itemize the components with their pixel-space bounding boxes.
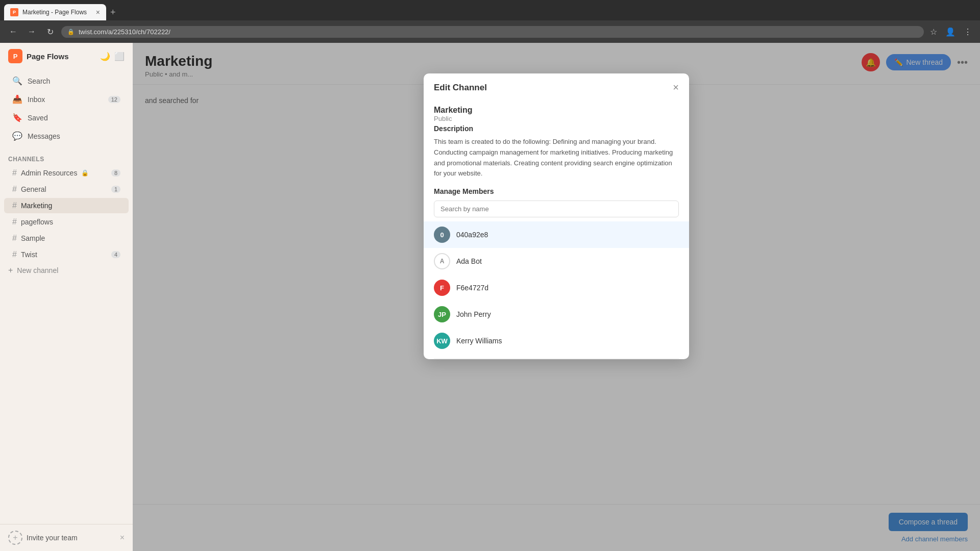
members-list: 0 040a92e8 A Ada Bot F F6e4727d [424,221,689,354]
tab-favicon: P [10,8,18,16]
invite-label: Invite your team [27,534,78,542]
sidebar-header-icons: 🌙 ⬜ [100,52,125,61]
inbox-label: Inbox [28,95,45,104]
tab-bar: P Marketing - Page Flows × + [0,0,980,20]
member-name-john-perry: John Perry [456,310,491,318]
app-container: P Page Flows 🌙 ⬜ 🔍 Search 📥 Inbox 12 🔖 S… [0,43,980,551]
saved-icon: 🔖 [12,113,22,122]
channel-badge-general: 1 [111,186,120,193]
nav-icons: ☆ 👤 ⋮ [928,25,974,39]
channel-label-pageflows: pageflows [21,218,53,226]
reload-button[interactable]: ↻ [43,24,57,39]
channel-label-twist: Twist [21,251,37,259]
channel-label-admin: Admin Resources [21,169,78,177]
description-text: This team is created to do the following… [434,137,679,179]
workspace-icon: P [8,49,22,63]
member-name-f6e4727d: F6e4727d [456,284,488,292]
modal-header: Edit Channel × [424,73,689,102]
hash-icon: # [12,168,17,178]
member-name-kerry-williams: Kerry Williams [456,337,502,345]
invite-icon: + [8,531,22,545]
channel-visibility: Public [434,115,679,122]
invite-team-button[interactable]: + Invite your team [8,531,78,545]
edit-channel-modal: Edit Channel × Marketing Public Descript… [424,73,689,359]
sidebar-item-inbox[interactable]: 📥 Inbox 12 [4,90,129,108]
hash-icon: # [12,217,17,227]
channel-item-general[interactable]: # General 1 [4,182,129,197]
channel-label-sample: Sample [21,234,45,242]
plus-icon: + [8,266,13,275]
profile-button[interactable]: 👤 [943,25,958,39]
bookmark-button[interactable]: ☆ [928,25,939,39]
member-item-john-perry[interactable]: JP John Perry [424,301,689,328]
channel-item-marketing[interactable]: # Marketing [4,198,129,213]
member-item-f6e4727d[interactable]: F F6e4727d [424,274,689,301]
member-item-kerry-williams[interactable]: KW Kerry Williams [424,328,689,354]
channel-label-marketing: Marketing [21,202,52,210]
lock-icon-admin: 🔒 [81,169,89,177]
tab-close-button[interactable]: × [96,8,100,16]
channel-badge-twist: 4 [111,251,120,258]
tab-title: Marketing - Page Flows [22,9,92,16]
sidebar-nav: 🔍 Search 📥 Inbox 12 🔖 Saved 💬 Messages [0,69,133,147]
member-search-top[interactable] [434,201,679,217]
channel-item-admin[interactable]: # Admin Resources 🔒 8 [4,165,129,181]
messages-icon: 💬 [12,131,22,141]
sidebar-bottom: + Invite your team × [0,524,133,551]
sidebar-header: P Page Flows 🌙 ⬜ [0,43,133,69]
section-divider [434,358,679,359]
hash-icon: # [12,201,17,210]
forward-button[interactable]: → [24,24,39,39]
member-item-040a92e8[interactable]: 0 040a92e8 [424,221,689,248]
member-avatar-ada-bot: A [434,253,450,269]
workspace-name: Page Flows [27,52,96,61]
modal-body: Marketing Public Description This team i… [424,102,689,359]
description-section: Description This team is created to do t… [424,124,689,187]
member-avatar-f6e4727d: F [434,280,450,296]
active-tab[interactable]: P Marketing - Page Flows × [4,4,106,20]
modal-overlay: Edit Channel × Marketing Public Descript… [133,43,980,551]
channel-item-pageflows[interactable]: # pageflows [4,214,129,230]
channel-item-sample[interactable]: # Sample [4,231,129,246]
modal-title: Edit Channel [434,83,487,93]
sidebar: P Page Flows 🌙 ⬜ 🔍 Search 📥 Inbox 12 🔖 S… [0,43,133,551]
member-name-ada-bot: Ada Bot [456,257,482,265]
channel-item-twist[interactable]: # Twist 4 [4,247,129,262]
hash-icon: # [12,185,17,194]
menu-button[interactable]: ⋮ [962,25,974,39]
search-label: Search [28,77,50,85]
modal-close-button[interactable]: × [673,82,679,93]
moon-icon[interactable]: 🌙 [100,52,110,61]
browser-nav: ← → ↻ 🔒 twist.com/a/225310/ch/702222/ ☆ … [0,20,980,43]
back-button[interactable]: ← [6,24,20,39]
new-channel-button[interactable]: + New channel [0,263,133,278]
member-avatar-john-perry: JP [434,306,450,322]
address-bar[interactable]: 🔒 twist.com/a/225310/ch/702222/ [61,26,924,38]
layout-icon[interactable]: ⬜ [114,52,125,61]
inbox-icon: 📥 [12,94,22,104]
main-content: Marketing Public • and m... 🔔 ✏️ New thr… [133,43,980,551]
new-tab-button[interactable]: + [106,5,120,20]
hash-icon: # [12,250,17,259]
sidebar-item-search[interactable]: 🔍 Search [4,72,129,90]
channels-section-header: Channels [0,147,133,165]
sidebar-item-saved[interactable]: 🔖 Saved [4,109,129,127]
channel-badge-admin: 8 [111,169,120,177]
close-invite-button[interactable]: × [120,533,125,542]
member-item-ada-bot[interactable]: A Ada Bot [424,248,689,274]
member-name-040a92e8: 040a92e8 [456,231,488,239]
url-text: twist.com/a/225310/ch/702222/ [79,28,170,36]
channel-header-in-modal: Marketing Public [424,102,689,124]
sidebar-item-messages[interactable]: 💬 Messages [4,127,129,145]
search-icon: 🔍 [12,76,22,86]
browser-chrome: P Marketing - Page Flows × + ← → ↻ 🔒 twi… [0,0,980,43]
member-avatar-040a92e8: 0 [434,227,450,243]
messages-label: Messages [28,132,60,140]
hash-icon: # [12,234,17,243]
new-channel-label: New channel [17,266,58,274]
manage-members-label: Manage Members [424,187,689,195]
member-avatar-kerry-williams: KW [434,333,450,349]
inbox-badge: 12 [108,96,120,103]
description-label: Description [434,124,679,133]
lock-icon: 🔒 [67,29,75,35]
